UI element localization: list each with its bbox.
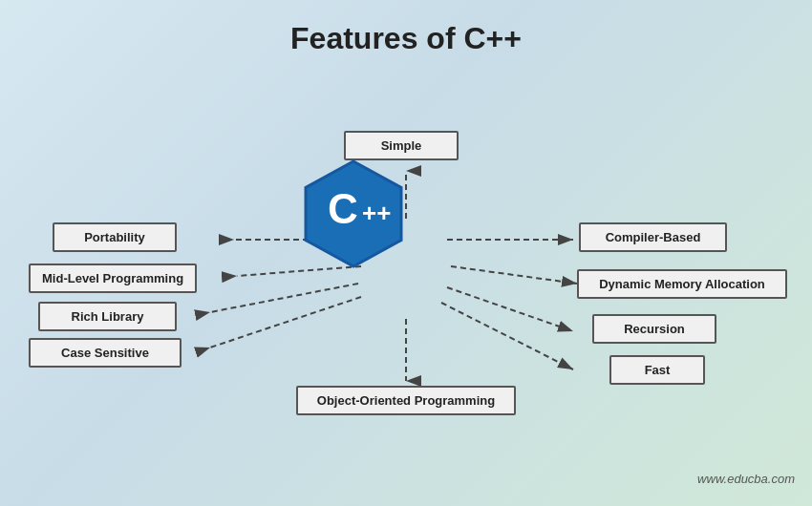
feature-compiler-based: Compiler-Based [579,222,727,252]
cpp-logo: C ++ [301,157,406,271]
svg-line-11 [451,266,577,284]
feature-portability: Portability [53,222,177,252]
feature-recursion: Recursion [592,314,716,344]
page-title: Features of C++ [0,0,812,66]
diagram-area: C ++ Simple Portability Mid-Level Progra… [0,66,812,495]
svg-line-7 [210,284,358,312]
svg-text:C: C [328,185,358,232]
svg-text:++: ++ [362,199,391,227]
feature-oop: Object-Oriented Programming [296,386,516,415]
feature-simple: Simple [344,131,459,160]
feature-fast: Fast [609,355,705,385]
svg-line-8 [210,297,361,348]
feature-rich-library: Rich Library [38,302,177,331]
svg-line-13 [441,303,573,369]
feature-dynamic-memory: Dynamic Memory Allocation [577,269,787,299]
watermark: www.educba.com [697,472,795,486]
svg-line-12 [447,287,573,331]
feature-case-sensitive: Case Sensitive [29,338,182,368]
feature-mid-level: Mid-Level Programming [29,264,197,293]
